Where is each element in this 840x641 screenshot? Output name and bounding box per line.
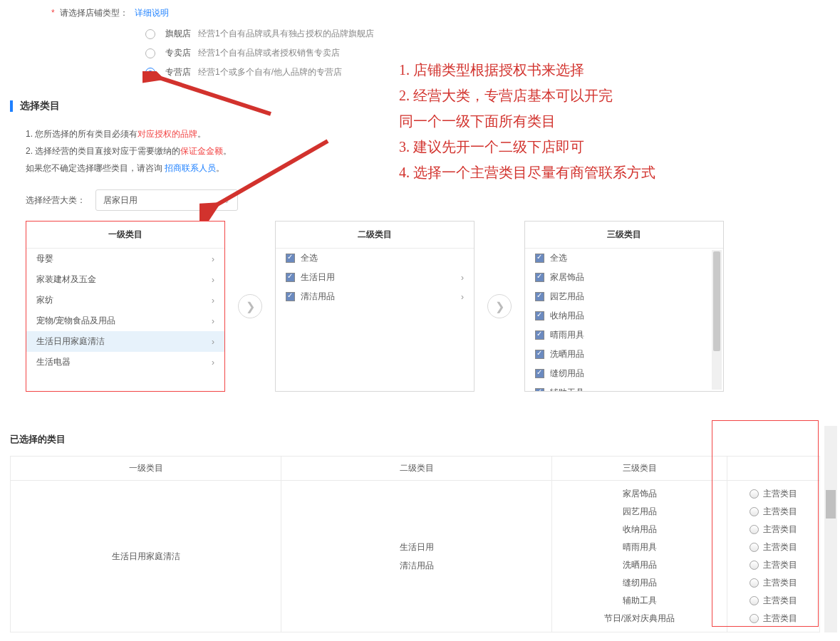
radio-icon[interactable]	[750, 561, 759, 570]
level1-item[interactable]: 宠物/宠物食品及用品›	[26, 311, 224, 331]
level1-item[interactable]: 家纺›	[26, 290, 224, 311]
selected-l3-item: 家居饰品	[559, 485, 720, 503]
level1-header: 一级类目	[26, 222, 224, 249]
checkbox-item[interactable]: 全选	[276, 249, 474, 268]
level3-body[interactable]: 全选 家居饰品园艺用品收纳用品晴雨用具洗晒用品缝纫用品辅助工具节日/派对庆典用品	[525, 249, 723, 391]
selected-l3-item: 洗晒用品	[559, 556, 720, 574]
checkbox-icon[interactable]	[535, 254, 544, 263]
store-type-text: 请选择店铺类型：	[60, 8, 128, 18]
checkbox-label: 缝纫用品	[550, 368, 584, 380]
level1-item-label: 家纺	[36, 294, 53, 306]
outer-scrollbar[interactable]	[824, 426, 837, 632]
checkbox-label: 家居饰品	[550, 271, 584, 283]
radio-icon[interactable]	[750, 507, 759, 516]
selected-l2-cell: 生活日用清洁用品	[281, 481, 552, 632]
checkbox-item[interactable]: 园艺用品	[525, 287, 723, 306]
info-line-2b: 保证金金额	[180, 146, 223, 156]
checkbox-icon[interactable]	[535, 292, 544, 301]
checkbox-icon[interactable]	[286, 254, 295, 263]
info-line-1b: 对应授权的品牌	[138, 129, 197, 139]
outer-scrollbar-thumb[interactable]	[826, 490, 836, 518]
main-category-option[interactable]: 主营类目	[735, 556, 812, 574]
main-category-label: 主营类目	[763, 592, 797, 610]
checkbox-icon[interactable]	[286, 273, 295, 282]
level1-item-label: 生活日用家庭清洁	[36, 335, 105, 348]
major-category-select-row: 选择经营大类： 居家日用 ⌄	[26, 189, 840, 211]
main-category-option[interactable]: 主营类目	[735, 574, 812, 592]
store-type-option[interactable]: 旗舰店 经营1个自有品牌或具有独占授权的品牌旗舰店	[145, 28, 840, 40]
radio-icon[interactable]	[145, 48, 155, 58]
checkbox-label: 辅助工具	[550, 387, 584, 391]
level2-body[interactable]: 全选生活日用›清洁用品›	[276, 249, 474, 391]
level1-item[interactable]: 生活电器›	[26, 352, 224, 372]
checkbox-item[interactable]: 全选	[525, 249, 723, 268]
checkbox-item[interactable]: 晴雨用具	[525, 325, 723, 345]
main-category-label: 主营类目	[763, 503, 797, 521]
level1-body[interactable]: 母婴›家装建材及五金›家纺›宠物/宠物食品及用品›生活日用家庭清洁›生活电器›	[26, 249, 224, 391]
level2-header: 二级类目	[276, 222, 474, 249]
category-heading: 选择类目	[20, 100, 60, 113]
level1-item[interactable]: 母婴›	[26, 249, 224, 269]
main-category-label: 主营类目	[763, 485, 797, 503]
checkbox-item[interactable]: 收纳用品	[525, 306, 723, 325]
store-type-detail-link[interactable]: 详细说明	[135, 8, 169, 18]
checkbox-icon[interactable]	[535, 369, 544, 378]
chevron-down-icon: ⌄	[223, 195, 230, 205]
radio-icon[interactable]	[750, 543, 759, 552]
recruit-contact-link[interactable]: 招商联系人员	[165, 163, 216, 173]
chevron-right-icon: ›	[212, 275, 214, 285]
radio-icon[interactable]	[750, 578, 759, 588]
radio-icon[interactable]	[145, 29, 155, 39]
info-line-1c: 。	[197, 129, 206, 139]
checkbox-item[interactable]: 家居饰品	[525, 268, 723, 287]
checkbox-item[interactable]: 缝纫用品	[525, 364, 723, 383]
annotation-line: 4. 选择一个主营类目尽量有商管联系方式	[399, 160, 655, 185]
selected-l3-item: 节日/派对庆典用品	[559, 610, 720, 627]
annotation-line: 2. 经营大类，专营店基本可以开完	[399, 83, 655, 108]
checkbox-item[interactable]: 清洁用品›	[276, 287, 474, 306]
main-category-option[interactable]: 主营类目	[735, 538, 812, 556]
checkbox-item[interactable]: 辅助工具	[525, 383, 723, 391]
checkbox-item[interactable]: 洗晒用品	[525, 345, 723, 364]
level1-item[interactable]: 家装建材及五金›	[26, 269, 224, 290]
checkbox-icon[interactable]	[535, 330, 544, 340]
main-category-option[interactable]: 主营类目	[735, 592, 812, 610]
main-category-option[interactable]: 主营类目	[735, 610, 812, 627]
major-category-select[interactable]: 居家日用 ⌄	[95, 189, 238, 211]
selected-l3-item: 辅助工具	[559, 592, 720, 610]
annotation-line: 3. 建议先开一个二级下店即可	[399, 134, 655, 160]
checkbox-icon[interactable]	[535, 388, 544, 391]
checkbox-label: 洗晒用品	[550, 348, 584, 360]
radio-icon[interactable]	[750, 489, 759, 499]
radio-icon[interactable]	[145, 68, 155, 78]
selected-l3-item: 园艺用品	[559, 503, 720, 521]
checkbox-icon[interactable]	[535, 350, 544, 359]
main-category-option[interactable]: 主营类目	[735, 485, 812, 503]
selected-l2-item: 生活日用	[289, 538, 544, 556]
checkbox-icon[interactable]	[535, 273, 544, 282]
checkbox-item[interactable]: 生活日用›	[276, 268, 474, 287]
checkbox-label: 生活日用	[301, 271, 335, 283]
main-category-label: 主营类目	[763, 574, 797, 592]
main-category-label: 主营类目	[763, 538, 797, 556]
radio-icon[interactable]	[750, 614, 759, 623]
main-category-label: 主营类目	[763, 521, 797, 538]
main-category-option[interactable]: 主营类目	[735, 503, 812, 521]
scrollbar-thumb[interactable]	[713, 251, 720, 351]
required-asterisk: *	[51, 8, 55, 18]
th-l2: 二级类目	[281, 457, 552, 481]
scrollbar[interactable]	[712, 250, 722, 390]
annotation-arrow-1	[142, 71, 285, 121]
main-category-label: 主营类目	[763, 610, 797, 627]
level1-item[interactable]: 生活日用家庭清洁›	[26, 331, 224, 352]
main-category-option[interactable]: 主营类目	[735, 521, 812, 538]
checkbox-label: 园艺用品	[550, 291, 584, 303]
annotation-line: 同一个一级下面所有类目	[399, 108, 655, 134]
store-type-desc: 经营1个或多个自有/他人品牌的专营店	[198, 66, 342, 78]
checkbox-icon[interactable]	[535, 311, 544, 320]
radio-icon[interactable]	[750, 596, 759, 605]
checkbox-icon[interactable]	[286, 292, 295, 301]
radio-icon[interactable]	[750, 525, 759, 534]
store-type-name: 专营店	[165, 66, 198, 78]
info-line-2a: 2. 选择经营的类目直接对应于需要缴纳的	[26, 146, 180, 156]
